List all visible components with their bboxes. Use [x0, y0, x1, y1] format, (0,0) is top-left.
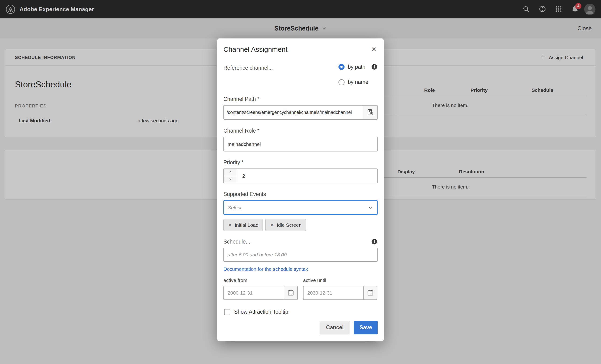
- active-from-field: active from: [223, 278, 298, 300]
- radio-button-selected: [339, 64, 345, 70]
- chevron-down-icon: [368, 205, 373, 211]
- dialog-header: Channel Assignment ✕: [223, 39, 378, 54]
- active-from-calendar-button[interactable]: [284, 286, 298, 300]
- browse-path-button[interactable]: [363, 105, 378, 120]
- channel-role-input[interactable]: [223, 137, 378, 152]
- schedule-label-row: Schedule...: [223, 238, 378, 245]
- active-from-label: active from: [223, 278, 298, 283]
- save-button[interactable]: Save: [354, 321, 378, 334]
- close-icon: ✕: [371, 46, 377, 53]
- remove-tag-icon[interactable]: ✕: [270, 222, 274, 228]
- select-placeholder: Select: [228, 205, 241, 211]
- priority-increment-button[interactable]: [223, 169, 237, 176]
- supported-events-select[interactable]: Select: [223, 200, 378, 215]
- active-until-field: active until: [303, 278, 377, 300]
- show-attraction-tooltip-checkbox[interactable]: [224, 309, 230, 315]
- supported-events-tags: ✕ Initial Load ✕ Idle Screen: [223, 219, 378, 231]
- channel-role-label: Channel Role *: [223, 128, 378, 134]
- tag-label: Idle Screen: [277, 222, 301, 228]
- reference-channel-label: Reference channel...: [223, 64, 273, 85]
- show-attraction-tooltip-label: Show Attraction Tooltip: [234, 309, 288, 315]
- folder-search-icon: [367, 109, 374, 116]
- radio-button-unselected: [339, 79, 345, 85]
- info-icon: [371, 242, 378, 246]
- priority-stepper: [223, 169, 378, 183]
- channel-path-row: [223, 105, 378, 120]
- dialog-close-button[interactable]: ✕: [371, 45, 378, 54]
- dialog-footer: Cancel Save: [223, 321, 378, 341]
- active-until-label: active until: [303, 278, 377, 283]
- active-until-calendar-button[interactable]: [363, 286, 377, 300]
- radio-by-path-label: by path: [348, 64, 365, 70]
- tag-label: Initial Load: [235, 222, 259, 228]
- schedule-label: Schedule...: [223, 239, 250, 245]
- radio-by-path[interactable]: by path: [339, 64, 378, 70]
- priority-input[interactable]: [237, 169, 378, 183]
- channel-path-input[interactable]: [223, 105, 363, 120]
- channel-path-label: Channel Path *: [223, 96, 378, 102]
- schedule-syntax-link[interactable]: Documentation for the schedule syntax: [223, 266, 308, 272]
- radio-by-name-label: by name: [348, 79, 368, 85]
- calendar-icon: [287, 289, 294, 297]
- priority-stepper-buttons: [223, 169, 237, 183]
- radio-by-name[interactable]: by name: [339, 79, 378, 85]
- channel-assignment-dialog: Channel Assignment ✕ Reference channel..…: [217, 39, 384, 341]
- active-until-input[interactable]: [303, 286, 364, 300]
- schedule-input[interactable]: [223, 248, 378, 262]
- screen: Adobe Experience Manager: [0, 0, 601, 364]
- remove-tag-icon[interactable]: ✕: [228, 222, 232, 228]
- supported-events-label: Supported Events: [223, 191, 378, 197]
- calendar-icon: [367, 289, 374, 297]
- info-icon: [371, 67, 378, 71]
- schedule-info-button[interactable]: [371, 238, 378, 245]
- priority-decrement-button[interactable]: [223, 176, 237, 183]
- reference-channel-options: by path by name: [339, 64, 378, 85]
- tag-idle-screen: ✕ Idle Screen: [265, 219, 306, 231]
- chevron-down-icon: [228, 177, 232, 182]
- chevron-up-icon: [228, 170, 232, 174]
- show-attraction-tooltip-row[interactable]: Show Attraction Tooltip: [224, 309, 378, 315]
- reference-channel-row: Reference channel... by path: [223, 64, 378, 85]
- priority-label: Priority *: [223, 159, 378, 166]
- active-from-input[interactable]: [223, 286, 284, 300]
- reference-info-button[interactable]: [371, 64, 378, 70]
- cancel-button[interactable]: Cancel: [320, 321, 350, 334]
- tag-initial-load: ✕ Initial Load: [223, 219, 263, 231]
- dialog-title: Channel Assignment: [223, 45, 288, 53]
- active-dates-row: active from: [223, 278, 378, 300]
